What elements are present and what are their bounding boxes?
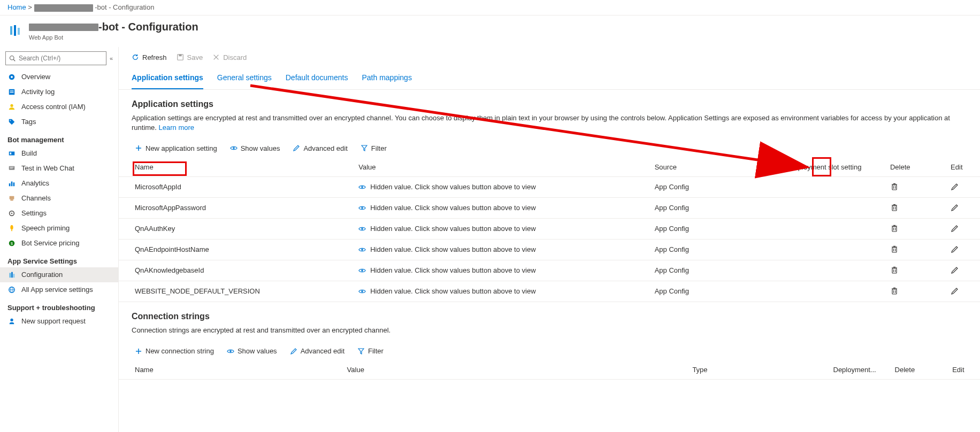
svg-rect-19 <box>13 182 15 186</box>
sidebar-item-build[interactable]: Build <box>0 146 118 161</box>
refresh-button[interactable]: Refresh <box>132 53 167 61</box>
col-value[interactable]: Value <box>354 158 650 177</box>
sidebar-item-tags[interactable]: Tags <box>0 114 118 129</box>
search-input[interactable] <box>19 55 103 62</box>
delete-icon[interactable] <box>890 287 899 295</box>
edit-icon[interactable] <box>951 203 959 212</box>
gear-icon <box>7 209 16 218</box>
sidebar-search[interactable] <box>5 51 106 65</box>
svg-point-11 <box>10 120 11 121</box>
advanced-edit-button[interactable]: Advanced edit <box>293 144 347 152</box>
cs-col-name[interactable]: Name <box>119 360 343 380</box>
sidebar-item-iam[interactable]: Access control (IAM) <box>0 99 118 114</box>
advanced-edit-button-2[interactable]: Advanced edit <box>290 347 344 355</box>
delete-icon[interactable] <box>890 203 899 212</box>
page-subtitle: Web App Bot <box>29 34 198 41</box>
sidebar-item-test-webchat[interactable]: Test in Web Chat <box>0 161 118 176</box>
sidebar-item-channels[interactable]: Channels <box>0 191 118 206</box>
cs-col-type[interactable]: Type <box>688 360 829 380</box>
eye-icon[interactable] <box>358 289 366 294</box>
collapse-sidebar-icon[interactable]: « <box>110 55 113 61</box>
cs-col-edit[interactable]: Edit <box>948 360 980 380</box>
sidebar-item-configuration[interactable]: Configuration <box>0 267 118 282</box>
delete-icon[interactable] <box>890 245 899 253</box>
new-connstring-label: New connection string <box>146 347 214 355</box>
col-name[interactable]: Name <box>119 158 354 177</box>
overview-icon <box>7 73 16 81</box>
show-values-button[interactable]: Show values <box>230 144 280 152</box>
appsettings-heading: Application settings <box>132 99 967 109</box>
table-row[interactable]: QnAKnowledgebaseIdHidden value. Click sh… <box>119 260 980 281</box>
cell-name: MicrosoftAppPassword <box>119 197 354 218</box>
sidebar-item-overview[interactable]: Overview <box>0 70 118 84</box>
svg-point-80 <box>229 350 232 352</box>
sidebar-item-label: Overview <box>21 73 50 81</box>
cs-col-deploy[interactable]: Deployment... <box>829 360 891 380</box>
col-delete[interactable]: Delete <box>886 158 946 177</box>
delete-icon[interactable] <box>890 182 899 191</box>
table-row[interactable]: MicrosoftAppPasswordHidden value. Click … <box>119 197 980 218</box>
svg-text:$: $ <box>11 241 13 245</box>
eye-icon[interactable] <box>358 268 366 273</box>
delete-icon[interactable] <box>890 266 899 274</box>
tab-default-documents[interactable]: Default documents <box>286 68 348 89</box>
cs-col-value[interactable]: Value <box>343 360 688 380</box>
sidebar-item-label: Bot Service pricing <box>21 239 79 247</box>
svg-point-41 <box>233 148 235 150</box>
connstrings-table: Name Value Type Deployment... Delete Edi… <box>119 360 980 380</box>
table-row[interactable]: QnAAuthKeyHidden value. Click show value… <box>119 218 980 239</box>
cell-deploy <box>785 281 886 302</box>
cs-col-delete[interactable]: Delete <box>891 360 948 380</box>
globe-icon <box>7 286 16 294</box>
col-edit[interactable]: Edit <box>946 158 980 177</box>
eye-icon <box>230 144 238 152</box>
col-deploy[interactable]: Deployment slot setting <box>785 158 886 177</box>
sidebar-item-analytics[interactable]: Analytics <box>0 176 118 191</box>
col-source[interactable]: Source <box>650 158 785 177</box>
sidebar-item-settings[interactable]: Settings <box>0 206 118 221</box>
filter-button[interactable]: Filter <box>361 144 387 152</box>
svg-rect-17 <box>9 183 11 186</box>
save-button[interactable]: Save <box>177 53 203 61</box>
svg-rect-12 <box>9 151 15 155</box>
table-row[interactable]: QnAEndpointHostNameHidden value. Click s… <box>119 239 980 260</box>
sidebar-item-support[interactable]: New support request <box>0 314 118 329</box>
delete-icon[interactable] <box>890 224 899 233</box>
eye-icon[interactable] <box>358 247 366 252</box>
eye-icon[interactable] <box>358 226 366 232</box>
tab-path-mappings[interactable]: Path mappings <box>362 68 411 89</box>
edit-icon[interactable] <box>951 224 959 233</box>
eye-icon[interactable] <box>358 205 366 211</box>
cell-value: Hidden value. Click show values button a… <box>354 239 650 260</box>
discard-button[interactable]: Discard <box>212 53 247 61</box>
show-values-label-2: Show values <box>238 347 277 355</box>
edit-icon[interactable] <box>951 287 959 295</box>
eye-icon[interactable] <box>358 184 366 190</box>
edit-icon[interactable] <box>951 182 959 191</box>
save-icon <box>177 53 184 61</box>
sidebar-section-support: Support + troubleshooting <box>0 297 118 314</box>
svg-rect-1 <box>14 25 16 36</box>
sidebar-item-activity-log[interactable]: Activity log <box>0 84 118 99</box>
discard-icon <box>212 53 220 61</box>
svg-rect-18 <box>11 181 13 186</box>
breadcrumb-home[interactable]: Home <box>7 3 26 11</box>
show-values-button-2[interactable]: Show values <box>227 347 277 355</box>
learn-more-link[interactable]: Learn more <box>159 124 194 132</box>
svg-rect-16 <box>10 168 13 168</box>
edit-icon[interactable] <box>951 245 959 253</box>
table-row[interactable]: MicrosoftAppIdHidden value. Click show v… <box>119 176 980 197</box>
new-connstring-button[interactable]: New connection string <box>135 347 214 355</box>
sidebar-item-all-settings[interactable]: All App service settings <box>0 282 118 297</box>
svg-point-54 <box>361 228 363 230</box>
breadcrumb-tail: -bot - Configuration <box>95 3 154 11</box>
table-row[interactable]: WEBSITE_NODE_DEFAULT_VERSIONHidden value… <box>119 281 980 302</box>
tab-general-settings[interactable]: General settings <box>217 68 272 89</box>
sidebar-item-pricing[interactable]: $ Bot Service pricing <box>0 236 118 251</box>
edit-icon[interactable] <box>951 266 959 274</box>
filter-label: Filter <box>371 144 387 152</box>
filter-button-2[interactable]: Filter <box>357 347 384 355</box>
new-appsetting-button[interactable]: New application setting <box>135 144 217 152</box>
sidebar-item-speech[interactable]: Speech priming <box>0 221 118 236</box>
tab-application-settings[interactable]: Application settings <box>132 68 203 89</box>
